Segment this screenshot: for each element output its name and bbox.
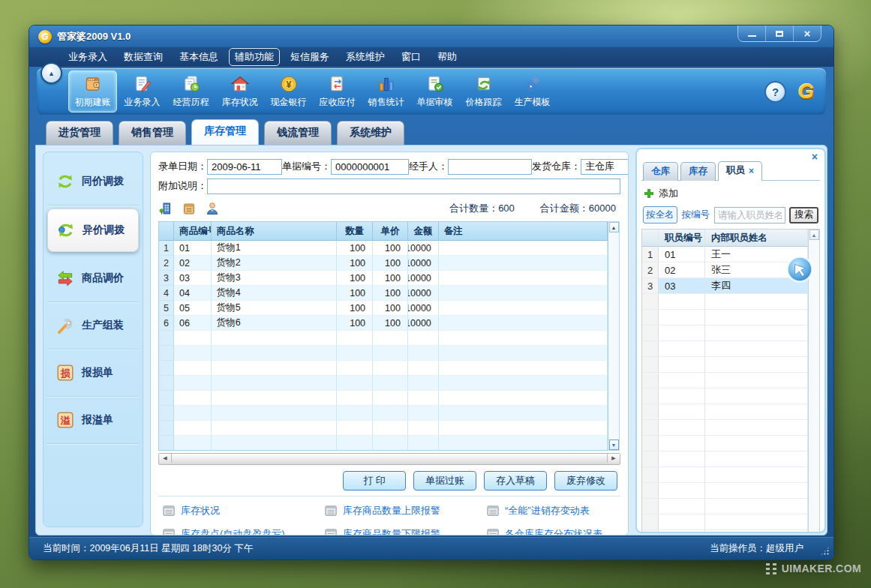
staff-picker-icon[interactable] — [205, 201, 220, 216]
quick-link[interactable]: 库存盘点(自动盘盈盘亏) — [163, 527, 325, 536]
handler-input[interactable] — [448, 159, 532, 175]
toolbar-item[interactable]: 应收应付 — [314, 71, 361, 112]
sidebar-item[interactable]: 溢报溢单 — [47, 397, 139, 444]
staff-row[interactable] — [642, 420, 808, 436]
staff-row[interactable]: 101王一 — [642, 247, 808, 262]
order-date-input[interactable] — [207, 159, 282, 175]
staff-row[interactable] — [642, 341, 808, 357]
scroll-right-icon[interactable]: ▶ — [607, 454, 620, 463]
staff-row[interactable] — [642, 310, 808, 326]
action-button[interactable]: 打 印 — [343, 471, 406, 490]
scroll-down-icon[interactable]: ▼ — [609, 440, 619, 450]
tab-close-icon[interactable]: × — [749, 166, 754, 176]
tab-item[interactable]: 钱流管理 — [264, 121, 332, 145]
action-button[interactable]: 单据过账 — [413, 471, 476, 490]
table-row[interactable]: 404货物410010010000 — [159, 286, 608, 301]
menu-item[interactable]: 帮助 — [431, 48, 463, 66]
toolbar-item[interactable]: 单据审核 — [411, 71, 458, 112]
maximize-button[interactable] — [765, 26, 793, 41]
toolbar-item[interactable]: 价格跟踪 — [460, 71, 507, 112]
table-row[interactable] — [159, 406, 608, 421]
sidebar-item[interactable]: 异价调拨 — [47, 208, 139, 252]
toolbar-item[interactable]: 业务录入 — [119, 71, 166, 112]
table-row[interactable]: 202货物210010010000 — [159, 256, 608, 271]
table-row[interactable] — [159, 421, 608, 436]
filter-by-fullname-button[interactable]: 按全名 — [643, 206, 677, 224]
tab-item[interactable]: 销售管理 — [119, 121, 186, 145]
menu-item[interactable]: 窗口 — [395, 48, 427, 66]
menu-item[interactable]: 业务录入 — [62, 48, 113, 66]
tab-active[interactable]: 库存管理 — [191, 119, 259, 145]
minimize-button[interactable] — [738, 26, 765, 41]
sidebar-item[interactable]: 损报损单 — [47, 350, 139, 397]
staff-row[interactable]: 202张三 — [642, 262, 808, 278]
resize-grip[interactable] — [820, 546, 830, 556]
ship-warehouse-input[interactable] — [581, 159, 629, 175]
toolbar-item[interactable]: 初期建账 — [68, 70, 117, 112]
staff-row[interactable] — [642, 373, 808, 388]
quick-link[interactable]: 各仓库库存分布状况表 — [487, 527, 617, 536]
table-row[interactable] — [159, 346, 608, 361]
staff-row[interactable] — [642, 452, 808, 467]
toolbar-item[interactable]: 销售统计 — [362, 71, 410, 112]
staff-row[interactable] — [642, 357, 808, 373]
staff-row[interactable]: 303李四 — [642, 278, 808, 294]
menu-item[interactable]: 数据查询 — [118, 48, 169, 66]
table-row[interactable] — [159, 376, 608, 391]
panel-close-icon[interactable]: × — [812, 152, 818, 162]
staff-search-input[interactable] — [714, 207, 785, 224]
table-row[interactable]: 606货物610010010000 — [159, 316, 608, 331]
lookup-tab[interactable]: 仓库 — [643, 162, 678, 181]
filter-by-code-button[interactable]: 按编号 — [681, 207, 711, 223]
scroll-up-icon[interactable]: ▲ — [809, 230, 819, 240]
doc-number-input[interactable] — [331, 159, 409, 175]
staff-row[interactable] — [642, 404, 808, 420]
menu-item[interactable]: 短信服务 — [284, 48, 335, 66]
toolbar-item[interactable]: 库存状况 — [216, 71, 263, 112]
quick-link[interactable]: 库存状况 — [163, 504, 325, 518]
toolbar-item[interactable]: 生产模板 — [509, 71, 556, 112]
table-row[interactable]: 505货物510010010000 — [159, 301, 608, 316]
staff-row[interactable] — [642, 326, 808, 341]
sidebar-item[interactable]: 商品调价 — [47, 255, 139, 302]
staff-row[interactable] — [642, 483, 808, 499]
stock-picker-icon[interactable] — [182, 201, 197, 216]
staff-row[interactable] — [642, 388, 808, 404]
action-button[interactable]: 存入草稿 — [484, 471, 547, 490]
lookup-tab-active[interactable]: 职员× — [718, 161, 762, 181]
menu-item[interactable]: 辅助功能 — [229, 48, 280, 66]
scroll-up-icon[interactable]: ▲ — [609, 222, 619, 232]
collapse-toolbar-button[interactable]: ▲ — [41, 62, 62, 84]
lookup-tab[interactable]: 库存 — [680, 162, 716, 181]
action-button[interactable]: 废弃修改 — [554, 471, 617, 490]
table-row[interactable]: 303货物310010010000 — [159, 271, 608, 286]
items-table-vscrollbar[interactable]: ▲ ▼ — [608, 221, 620, 451]
staff-row[interactable] — [642, 294, 808, 310]
tab-item[interactable]: 进货管理 — [46, 121, 113, 145]
add-button[interactable]: 添加 — [659, 187, 678, 200]
table-row[interactable] — [159, 361, 608, 376]
staff-row[interactable] — [642, 467, 808, 483]
staff-row[interactable] — [642, 436, 808, 452]
help-icon[interactable]: ? — [764, 81, 786, 103]
table-row[interactable] — [159, 331, 608, 346]
staff-row[interactable] — [642, 514, 808, 530]
table-row[interactable]: 101货物110010010000 — [159, 241, 608, 256]
quick-link[interactable]: 库存商品数量下限报警 — [325, 527, 487, 536]
toolbar-item[interactable]: ¥现金银行 — [265, 71, 312, 112]
staff-table-vscrollbar[interactable]: ▲ ▼ — [809, 229, 820, 533]
close-button[interactable]: × — [793, 26, 821, 41]
search-button[interactable]: 搜索 — [789, 207, 818, 224]
toolbar-item[interactable]: 经营历程 — [167, 71, 215, 112]
menu-item[interactable]: 基本信息 — [173, 48, 224, 66]
note-input[interactable] — [207, 178, 620, 194]
quick-link[interactable]: “全能”进销存变动表 — [487, 504, 617, 518]
warehouse-picker-icon[interactable] — [158, 201, 173, 216]
quick-link[interactable]: 库存商品数量上限报警 — [325, 504, 487, 518]
staff-row[interactable] — [642, 499, 808, 514]
tab-item[interactable]: 系统维护 — [337, 121, 404, 145]
table-row[interactable] — [159, 436, 608, 451]
sidebar-item[interactable]: 同价调拨 — [47, 158, 139, 206]
sidebar-item[interactable]: 生产组装 — [47, 302, 139, 350]
staff-row[interactable] — [642, 530, 808, 533]
